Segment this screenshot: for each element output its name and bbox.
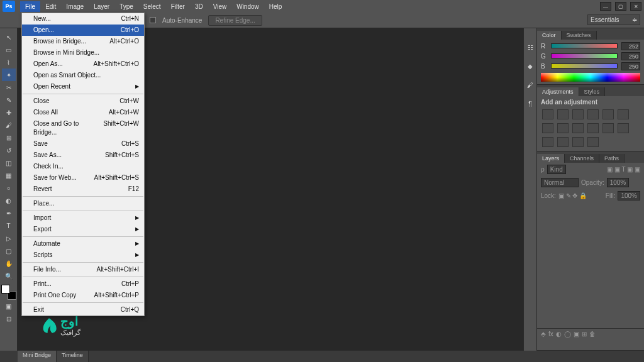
fm-print-[interactable]: Print...Ctrl+P [22, 278, 144, 290]
lasso-tool[interactable]: ⌇ [2, 56, 16, 69]
selective-color-icon[interactable] [572, 137, 584, 147]
pen-tool[interactable]: ✒ [2, 207, 16, 219]
menu-help[interactable]: Help [264, 1, 287, 12]
minimize-button[interactable]: — [600, 2, 611, 11]
menu-image[interactable]: Image [61, 1, 89, 12]
fm-new-[interactable]: New...Ctrl+N [22, 13, 144, 25]
menu-edit[interactable]: Edit [40, 1, 61, 12]
fm-exit[interactable]: ExitCtrl+Q [22, 304, 144, 315]
brush-tool[interactable]: 🖌 [2, 119, 16, 131]
foreground-background-colors[interactable] [1, 285, 16, 300]
new-fill-icon[interactable]: ◯ [564, 331, 571, 337]
color-spectrum[interactable] [541, 73, 640, 82]
dodge-tool[interactable]: ◐ [2, 194, 16, 207]
menu-3d[interactable]: 3D [190, 1, 208, 12]
brush-panel-icon[interactable]: 🖌 [523, 79, 537, 91]
bw-icon[interactable] [557, 123, 569, 133]
opacity-value[interactable]: 100% [607, 178, 630, 187]
fm-print-one-copy[interactable]: Print One CopyAlt+Shift+Ctrl+P [22, 290, 144, 301]
menu-filter[interactable]: Filter [166, 1, 190, 12]
menu-type[interactable]: Type [114, 1, 138, 12]
fm-close-and-go-to-bridge-[interactable]: Close and Go to Bridge...Shift+Ctrl+W [22, 118, 144, 138]
channel-mixer-icon[interactable] [587, 123, 599, 133]
menu-select[interactable]: Select [138, 1, 166, 12]
link-layers-icon[interactable]: ⬘ [541, 331, 546, 337]
menu-file[interactable]: File [20, 1, 40, 12]
fm-browse-in-mini-bridge-[interactable]: Browse in Mini Bridge... [22, 47, 144, 58]
tab-swatches[interactable]: Swatches [562, 31, 597, 40]
zoom-tool[interactable]: 🔍 [2, 270, 16, 282]
quick-select-tool[interactable]: ✦ [2, 69, 16, 81]
eyedropper-tool[interactable]: ✎ [2, 94, 16, 106]
fm-save[interactable]: SaveCtrl+S [22, 138, 144, 150]
new-layer-icon[interactable]: ⊞ [582, 331, 587, 337]
fm-close[interactable]: CloseCtrl+W [22, 96, 144, 107]
fill-value[interactable]: 100% [618, 191, 640, 200]
fm-file-info-[interactable]: File Info...Alt+Shift+Ctrl+I [22, 264, 144, 275]
quick-mask-toggle[interactable]: ▣ [2, 300, 16, 312]
brightness-icon[interactable] [542, 109, 553, 119]
blend-mode-select[interactable]: Normal [541, 178, 579, 187]
b-value[interactable]: 250 [621, 62, 640, 70]
tab-layers[interactable]: Layers [537, 154, 565, 163]
kind-filter[interactable]: Kind [547, 165, 566, 174]
layer-mask-icon[interactable]: ◐ [556, 331, 562, 337]
history-panel-icon[interactable]: ☷ [523, 41, 537, 53]
color-balance-icon[interactable] [542, 123, 553, 133]
g-value[interactable]: 250 [621, 52, 640, 60]
marquee-tool[interactable]: ▭ [2, 43, 16, 56]
fm-close-all[interactable]: Close AllAlt+Ctrl+W [22, 107, 144, 118]
fm-save-for-web-[interactable]: Save for Web...Alt+Shift+Ctrl+S [22, 172, 144, 184]
menu-layer[interactable]: Layer [89, 1, 114, 12]
fm-import[interactable]: Import▶ [22, 212, 144, 224]
blur-tool[interactable]: ○ [2, 182, 16, 194]
fm-place-[interactable]: Place... [22, 198, 144, 209]
fm-browse-in-bridge-[interactable]: Browse in Bridge...Alt+Ctrl+O [22, 36, 144, 47]
g-slider[interactable] [551, 53, 618, 60]
healing-tool[interactable]: ✚ [2, 106, 16, 119]
tab-color[interactable]: Color [537, 31, 562, 40]
exposure-icon[interactable] [587, 109, 599, 119]
paragraph-panel-icon[interactable]: ¶ [523, 97, 537, 110]
crop-tool[interactable]: ✂ [2, 81, 16, 94]
fm-automate[interactable]: Automate▶ [22, 238, 144, 250]
menu-window[interactable]: Window [231, 1, 264, 12]
fm-revert[interactable]: RevertF12 [22, 184, 144, 195]
photo-filter-icon[interactable] [572, 123, 584, 133]
r-slider[interactable] [551, 43, 618, 50]
history-brush-tool[interactable]: ↺ [2, 144, 16, 156]
color-lookup-icon[interactable] [587, 137, 599, 147]
new-group-icon[interactable]: ▣ [574, 331, 579, 337]
fm-scripts[interactable]: Scripts▶ [22, 250, 144, 261]
properties-panel-icon[interactable]: ◆ [523, 60, 537, 72]
tab-channels[interactable]: Channels [565, 154, 599, 163]
fm-open-as-[interactable]: Open As...Alt+Shift+Ctrl+O [22, 58, 144, 70]
fm-save-as-[interactable]: Save As...Shift+Ctrl+S [22, 150, 144, 161]
stamp-tool[interactable]: ⊞ [2, 131, 16, 144]
path-select-tool[interactable]: ▷ [2, 232, 16, 244]
close-button[interactable]: ✕ [630, 2, 641, 11]
tab-paths[interactable]: Paths [599, 154, 625, 163]
fm-open-[interactable]: Open...Ctrl+O [22, 25, 144, 36]
tab-styles[interactable]: Styles [579, 87, 606, 96]
maximize-button[interactable]: ▢ [615, 2, 626, 11]
r-value[interactable]: 252 [621, 42, 640, 50]
screen-mode-toggle[interactable]: ⊡ [2, 312, 16, 325]
posterize-icon[interactable] [618, 123, 629, 133]
layer-style-icon[interactable]: fx [548, 331, 553, 337]
hue-icon[interactable] [618, 109, 629, 119]
tab-adjustments[interactable]: Adjustments [537, 87, 579, 96]
delete-layer-icon[interactable]: 🗑 [589, 331, 596, 337]
levels-icon[interactable] [557, 109, 569, 119]
move-tool[interactable]: ↖ [2, 31, 16, 43]
shape-tool[interactable]: ▢ [2, 244, 16, 257]
threshold-icon[interactable] [542, 137, 553, 147]
auto-enhance-checkbox[interactable] [150, 17, 156, 23]
menu-view[interactable]: View [208, 1, 232, 12]
vibrance-icon[interactable] [602, 109, 614, 119]
gradient-map-icon[interactable] [557, 137, 569, 147]
workspace-selector[interactable]: Essentials≑ [587, 14, 640, 25]
gradient-tool[interactable]: ▦ [2, 169, 16, 182]
fm-open-recent[interactable]: Open Recent▶ [22, 81, 144, 92]
refine-edge-button[interactable]: Refine Edge... [208, 15, 262, 26]
